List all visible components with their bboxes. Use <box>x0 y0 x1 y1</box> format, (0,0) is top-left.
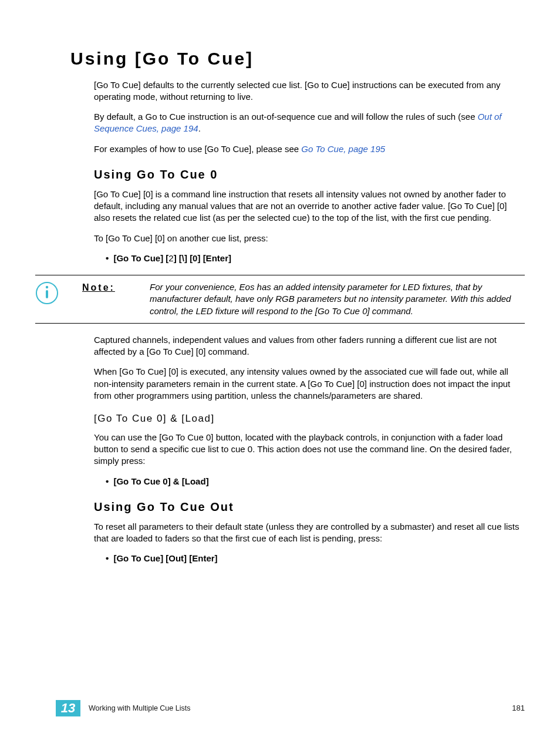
page-footer: 13 Working with Multiple Cue Lists 181 <box>0 700 560 716</box>
svg-point-1 <box>46 286 48 288</box>
command-text: [Go To Cue] [Out] [Enter] <box>113 553 217 563</box>
section-heading-gtcout: Using Go To Cue Out <box>73 499 525 515</box>
section-heading-gtc0: Using Go To Cue 0 <box>73 167 525 183</box>
gtcout-paragraph-1: To reset all parameters to their default… <box>94 521 525 545</box>
page-title: Using [Go To Cue] <box>70 47 525 71</box>
command-text: ] [\] [0] [Enter] <box>174 253 231 263</box>
note-label: Note: <box>82 281 150 317</box>
subsection-heading-load: [Go To Cue 0] & [Load] <box>94 412 525 426</box>
chapter-number-badge: 13 <box>56 700 80 716</box>
note-callout: Note: For your convenience, Eos has an a… <box>35 275 525 324</box>
after-note-paragraph-1: Captured channels, independent values an… <box>94 334 525 358</box>
command-arg: 2 <box>168 253 173 263</box>
footer-section-title: Working with Multiple Cue Lists <box>89 704 512 714</box>
text: For examples of how to use [Go To Cue], … <box>94 144 301 154</box>
after-note-paragraph-2: When [Go To Cue] [0] is executed, any in… <box>94 366 525 402</box>
footer-page-number: 181 <box>512 703 525 714</box>
note-text: For your convenience, Eos has an added i… <box>150 281 519 317</box>
intro-paragraph-1: [Go To Cue] defaults to the currently se… <box>94 79 525 103</box>
command-text: [Go To Cue] [ <box>113 253 168 263</box>
gtc0-paragraph-2: To [Go To Cue] [0] on another cue list, … <box>94 233 525 244</box>
svg-rect-2 <box>46 290 48 298</box>
go-to-cue-link[interactable]: Go To Cue, page 195 <box>301 144 385 154</box>
command-text: [Go To Cue 0] & [Load] <box>113 476 208 486</box>
intro-paragraph-2: By default, a Go to Cue instruction is a… <box>94 111 525 135</box>
list-item: [Go To Cue] [Out] [Enter] <box>106 553 525 564</box>
gtc0-paragraph-1: [Go To Cue] [0] is a command line instru… <box>94 189 525 224</box>
list-item: [Go To Cue] [2] [\] [0] [Enter] <box>106 253 525 264</box>
text: By default, a Go to Cue instruction is a… <box>94 112 478 122</box>
load-paragraph-1: You can use the [Go To Cue 0] button, lo… <box>94 432 525 467</box>
info-icon <box>35 281 82 305</box>
intro-paragraph-3: For examples of how to use [Go To Cue], … <box>94 143 525 155</box>
list-item: [Go To Cue 0] & [Load] <box>106 476 525 487</box>
text: . <box>198 123 201 133</box>
